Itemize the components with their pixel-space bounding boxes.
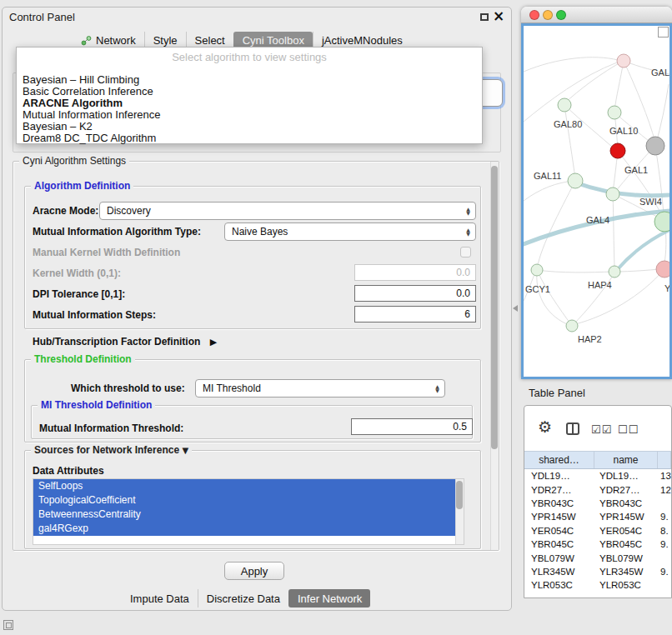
mi-type-label: Mutual Information Algorithm Type: (33, 226, 201, 238)
attribute-item-selected[interactable]: SelfLoops (33, 479, 455, 493)
sources-title: Sources for Network Inference (34, 444, 179, 456)
mi-threshold-label: Mutual Information Threshold: (39, 422, 183, 434)
column-header-name[interactable]: name (594, 452, 658, 468)
tab-label: Style (153, 34, 178, 47)
attribute-item-selected[interactable]: TopologicalCoefficient (33, 493, 455, 508)
network-canvas[interactable]: GAL GAL80 GAL10 GAL11 GAL1 SWI4 GAL4 GCY… (521, 23, 672, 379)
network-node[interactable] (606, 188, 619, 201)
network-node-selected[interactable] (610, 143, 625, 158)
sources-section-toggle[interactable]: Sources for Network Inference ▼ (31, 444, 192, 456)
manual-kernel-checkbox[interactable] (460, 247, 471, 258)
attribute-list[interactable]: SelfLoops TopologicalCoefficient Between… (33, 478, 464, 545)
table-row[interactable]: YLR053CYLR053C (524, 578, 671, 592)
table-row[interactable]: YBR045CYBR045C9. (524, 538, 671, 551)
close-icon[interactable]: × (493, 8, 504, 24)
dropdown-item[interactable]: Dream8 DC_TDC Algorithm (21, 132, 478, 144)
zoom-traffic-light[interactable] (556, 10, 566, 20)
mi-algorithm-type-select[interactable]: Naive Bayes ▲▼ (224, 222, 476, 241)
table-row[interactable]: YDR27…YDR27…12 (524, 482, 671, 496)
network-node[interactable] (568, 173, 583, 188)
minimize-traffic-light[interactable] (543, 10, 553, 20)
tab-discretize-data[interactable]: Discretize Data (198, 589, 288, 608)
tab-infer-network[interactable]: Infer Network (288, 589, 370, 608)
node-label: GCY1 (525, 284, 550, 294)
kernel-width-input[interactable]: 0.0 (354, 264, 476, 281)
tab-label: Infer Network (298, 592, 362, 605)
selected-value: Discovery (100, 205, 461, 217)
kernel-width-label: Kernel Width (0,1): (33, 268, 121, 279)
combo-arrows-icon: ▲▼ (461, 207, 475, 215)
close-traffic-light[interactable] (529, 10, 539, 20)
dpi-tolerance-label: DPI Tolerance [0,1]: (33, 288, 125, 300)
desktop: Control Panel × Network Style Select Cyn… (0, 0, 672, 635)
deselect-all-icon[interactable]: ☐☐ (618, 424, 639, 435)
network-node[interactable] (531, 264, 543, 276)
table-row[interactable]: YLR345WYLR345W9. (524, 565, 671, 578)
dropdown-item-selected[interactable]: ARACNE Algorithm (21, 98, 478, 109)
dropdown-item[interactable]: Bayesian – Hill Climbing (21, 74, 478, 86)
network-node[interactable] (558, 98, 571, 112)
window-title: Control Panel (9, 11, 75, 23)
gear-icon[interactable]: ⚙ (538, 419, 552, 435)
data-attributes-label: Data Attributes (33, 465, 104, 477)
table-row[interactable]: YPR145WYPR145W9. (524, 510, 671, 523)
node-label: Y (664, 283, 669, 293)
algorithm-dropdown-popup: Select algorithm to view settings Bayesi… (16, 47, 483, 144)
mi-threshold-input[interactable]: 0.5 (351, 418, 473, 435)
combo-arrows-icon: ▲▼ (461, 228, 475, 236)
dropdown-item[interactable]: Bayesian – K2 (21, 121, 478, 132)
column-settings-icon[interactable] (566, 422, 579, 435)
table-row[interactable]: YBL079WYBL079W (524, 551, 671, 564)
tab-impute-data[interactable]: Impute Data (122, 589, 198, 608)
control-panel-window: Control Panel × Network Style Select Cyn… (2, 7, 512, 611)
tab-label: Cyni Toolbox (243, 34, 304, 47)
collapse-arrow-icon: ▼ (182, 446, 188, 455)
birdseye-view[interactable] (658, 27, 669, 38)
expand-arrow-icon: ▶ (210, 337, 217, 348)
table-panel-window: ⚙ ☑☑ ☐☐ shared… name YDL19…YDL19…13 YDR2… (524, 405, 672, 598)
node-labels: GAL GAL80 GAL10 GAL11 GAL1 SWI4 GAL4 GCY… (525, 68, 669, 344)
panel-collapse-arrow[interactable] (513, 305, 518, 312)
list-scrollbar-thumb[interactable] (456, 481, 463, 509)
node-label: GAL (651, 68, 669, 78)
group-title: MI Threshold Definition (38, 399, 155, 411)
network-node[interactable] (566, 320, 578, 332)
highlighted-edges (524, 182, 669, 270)
tab-label: jActiveMNodules (322, 34, 403, 47)
threshold-type-select[interactable]: MI Threshold ▲▼ (195, 379, 445, 398)
dropdown-item[interactable]: Mutual Information Inference (21, 109, 478, 121)
attribute-item-selected[interactable]: BetweennessCentrality (33, 508, 455, 522)
mi-steps-input[interactable]: 6 (354, 306, 476, 322)
column-header-shared-name[interactable]: shared… (524, 452, 594, 468)
network-graph[interactable]: GAL GAL80 GAL10 GAL11 GAL1 SWI4 GAL4 GCY… (524, 26, 669, 377)
manual-kernel-label: Manual Kernel Width Definition (33, 247, 180, 258)
network-view-window: GAL GAL80 GAL10 GAL11 GAL1 SWI4 GAL4 GCY… (521, 7, 672, 379)
settings-scrollbar-thumb[interactable] (491, 166, 498, 449)
network-node[interactable] (656, 261, 669, 278)
restore-panel-icon[interactable] (3, 620, 13, 630)
select-all-icon[interactable]: ☑☑ (591, 424, 612, 435)
network-node[interactable] (654, 212, 669, 232)
aracne-mode-select[interactable]: Discovery ▲▼ (99, 202, 476, 220)
float-window-icon[interactable] (480, 13, 489, 21)
hub-section-toggle[interactable]: Hub/Transcription Factor Definition ▶ (33, 336, 217, 348)
table-row[interactable]: YER054CYER054C8. (524, 524, 671, 538)
table-row[interactable]: YDL19…YDL19…13 (524, 469, 671, 482)
node-label: GAL1 (624, 165, 648, 175)
dpi-tolerance-input[interactable]: 0.0 (354, 285, 476, 302)
network-node[interactable] (608, 106, 621, 119)
selected-value: MI Threshold (196, 382, 430, 394)
tab-label: Discretize Data (207, 592, 280, 605)
table-row[interactable]: YBR043CYBR043C (524, 497, 671, 510)
network-node[interactable] (646, 137, 664, 155)
column-header-extra[interactable] (658, 452, 671, 468)
network-icon (81, 36, 92, 46)
node-label: GAL80 (554, 119, 582, 129)
network-window-titlebar[interactable] (521, 7, 672, 23)
apply-button[interactable]: Apply (224, 562, 284, 580)
node-label: SWI4 (639, 197, 662, 207)
dropdown-item[interactable]: Basic Correlation Inference (21, 86, 478, 98)
network-node[interactable] (609, 266, 620, 278)
attribute-item-selected[interactable]: gal4RGexp (33, 522, 455, 536)
network-node[interactable] (617, 54, 630, 68)
